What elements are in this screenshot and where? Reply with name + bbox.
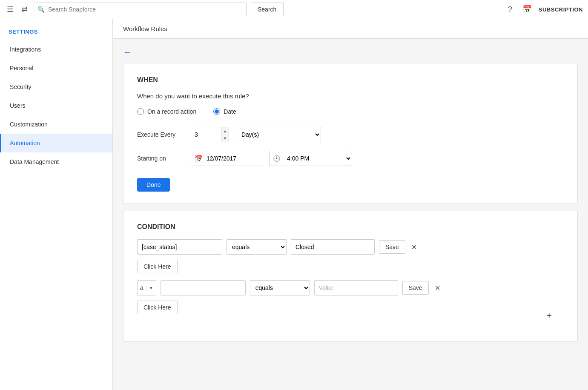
radio-group: On a record action Date [137,108,564,115]
starting-on-label: Starting on [137,155,184,162]
sidebar-item-data-management[interactable]: Data Management [0,152,112,171]
close-condition-1-btn[interactable]: ✕ [410,241,419,253]
close-condition-2-btn[interactable]: ✕ [433,282,442,294]
radio-record-action[interactable] [137,108,144,115]
date-text-input[interactable] [207,151,262,166]
radio-option-record-action[interactable]: On a record action [137,108,196,115]
sidebar-item-users[interactable]: Users [0,96,112,115]
prefix-select-wrap: a ▼ [137,280,156,295]
search-button[interactable]: Search [251,3,284,16]
num-up-arrow[interactable]: ▲ [221,127,229,135]
sidebar-item-personal[interactable]: Personal [0,59,112,77]
num-arrows: ▲ ▼ [221,127,229,142]
search-container: 🔍 [34,3,247,16]
click-here-btn-1[interactable]: Click Here [137,260,178,273]
condition-value-1[interactable] [291,239,375,255]
radio-label-record-action: On a record action [147,108,196,115]
sidebar-item-customization[interactable]: Customization [0,115,112,134]
radio-label-date: Date [224,108,236,115]
done-button[interactable]: Done [137,178,170,192]
sidebar-item-automation[interactable]: Automation [0,134,112,152]
execute-every-input[interactable] [191,127,221,142]
save-condition-2-btn[interactable]: Save [402,281,429,295]
condition-operator-2[interactable]: equalsnot equalscontainsdoes not contain… [250,280,310,295]
condition-row-2: a ▼ equalsnot equalscontainsdoes not con… [137,280,564,295]
help-icon-btn[interactable]: ? [505,3,516,16]
radio-date[interactable] [213,108,220,115]
num-down-arrow[interactable]: ▼ [221,135,229,142]
add-condition-btn[interactable]: + [545,308,554,323]
when-card: WHEN When do you want to execute this ru… [123,64,578,204]
radio-option-date[interactable]: Date [213,108,236,115]
calendar-picker-icon[interactable]: 📅 [191,151,207,166]
content-area: ← WHEN When do you want to execute this … [113,39,588,357]
when-question: When do you want to execute this rule? [137,92,564,100]
date-input-wrap: 📅 [191,151,262,166]
time-picker-icon[interactable]: 🕐 [270,151,284,166]
prefix-dropdown-arrow[interactable]: ▼ [146,286,156,290]
click-here-btn-2[interactable]: Click Here [137,301,178,314]
condition-field-1[interactable] [137,239,222,255]
condition-card-title: CONDITION [137,223,564,231]
save-condition-1-btn[interactable]: Save [379,240,405,254]
condition-card: CONDITION equalsnot equalscontainsdoes n… [123,211,578,342]
calendar-icon-btn[interactable]: 📅 [519,3,535,16]
menu-icon-btn[interactable]: ☰ [5,3,15,16]
condition-value-2[interactable] [314,280,398,295]
execute-every-label: Execute Every [137,131,184,138]
search-icon: 🔍 [34,6,48,13]
sidebar: SETTINGS Integrations Personal Security … [0,19,113,390]
condition-row-1: equalsnot equalscontainsdoes not contain… [137,239,564,255]
sidebar-item-integrations[interactable]: Integrations [0,40,112,59]
when-card-title: WHEN [137,76,564,84]
starting-on-row: Starting on 📅 🕐 12:00 AM1:00 AM2:00 AM3:… [137,151,564,166]
condition-field-2[interactable] [161,280,246,295]
main-content: Workflow Rules ← WHEN When do you want t… [113,19,588,390]
execute-every-input-wrap: ▲ ▼ [191,127,229,142]
time-select[interactable]: 12:00 AM1:00 AM2:00 AM3:00 AM4:00 AM5:00… [284,151,352,166]
back-button[interactable]: ← [123,47,132,57]
condition-operator-1[interactable]: equalsnot equalscontainsdoes not contain… [227,239,287,255]
subscription-button[interactable]: SUBSCRIPTION [539,6,583,13]
execute-every-row: Execute Every ▲ ▼ Day(s)Week(s)Month(s) [137,127,564,142]
transfer-icon-btn[interactable]: ⇄ [20,3,29,16]
condition-body: equalsnot equalscontainsdoes not contain… [137,239,564,330]
sidebar-title: SETTINGS [0,23,112,40]
nav-right: ? 📅 SUBSCRIPTION [505,3,583,16]
sidebar-item-security[interactable]: Security [0,77,112,96]
page-header: Workflow Rules [113,19,588,39]
top-nav: ☰ ⇄ 🔍 Search ? 📅 SUBSCRIPTION [0,0,588,19]
page-title: Workflow Rules [123,25,167,32]
execute-every-unit-select[interactable]: Day(s)Week(s)Month(s) [236,127,321,142]
time-input-wrap: 🕐 12:00 AM1:00 AM2:00 AM3:00 AM4:00 AM5:… [269,151,352,166]
search-input[interactable] [48,6,246,13]
prefix-text: a [138,284,146,291]
